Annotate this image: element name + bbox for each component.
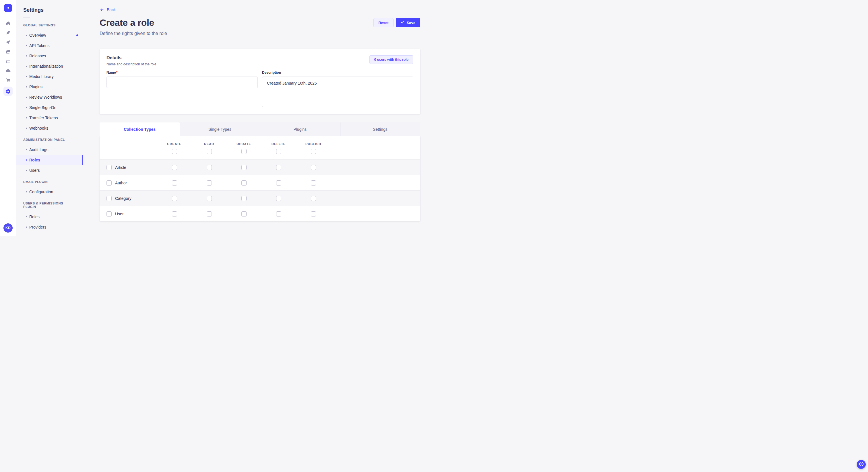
sidebar-item-transfer-tokens[interactable]: Transfer Tokens (17, 113, 83, 123)
table-row-category: Category (100, 191, 420, 206)
tab-single-types[interactable]: Single Types (180, 123, 260, 136)
sidebar-item-roles[interactable]: Roles (17, 212, 83, 222)
select-all-cell (296, 149, 331, 154)
bullet-icon (26, 117, 27, 119)
row-category-update-checkbox[interactable] (241, 196, 247, 201)
row-name-cell: Author (100, 180, 157, 186)
name-input[interactable] (106, 76, 258, 88)
feather-content-icon[interactable] (3, 30, 13, 36)
row-user-create-checkbox[interactable] (172, 211, 177, 216)
row-article-read-checkbox[interactable] (207, 165, 212, 170)
settings-gear-icon[interactable] (3, 87, 12, 96)
select-all-create-checkbox[interactable] (172, 149, 177, 154)
sidebar-item-media-library[interactable]: Media Library (17, 71, 83, 82)
select-all-read-checkbox[interactable] (207, 149, 212, 154)
media-library-icon[interactable] (3, 49, 13, 55)
rail-icon-list (0, 16, 16, 220)
row-category-select-checkbox[interactable] (106, 196, 112, 201)
marketplace-cart-icon[interactable] (3, 77, 13, 83)
sidebar-item-users[interactable]: Users (17, 165, 83, 175)
sidebar-item-label: Configuration (29, 190, 53, 194)
permission-cell (157, 211, 192, 216)
bullet-icon (26, 66, 27, 67)
avatar[interactable]: KD (3, 224, 12, 233)
row-article-update-checkbox[interactable] (241, 165, 247, 170)
sidebar-item-releases[interactable]: Releases (17, 51, 83, 61)
row-article-create-checkbox[interactable] (172, 165, 177, 170)
permission-cell (226, 196, 261, 201)
row-category-read-checkbox[interactable] (207, 196, 212, 201)
tab-settings[interactable]: Settings (340, 123, 420, 136)
header-actions: Reset Save (373, 18, 420, 27)
home-icon[interactable] (3, 20, 13, 26)
row-user-read-checkbox[interactable] (207, 211, 212, 216)
sidebar-item-label: Plugins (29, 85, 42, 89)
row-author-read-checkbox[interactable] (207, 180, 212, 186)
row-category-publish-checkbox[interactable] (311, 196, 316, 201)
sidebar-item-plugins[interactable]: Plugins (17, 82, 83, 92)
row-article-select-checkbox[interactable] (106, 165, 112, 170)
row-author-update-checkbox[interactable] (241, 180, 247, 186)
permission-cell (226, 211, 261, 216)
sidebar-item-review-workflows[interactable]: Review Workflows (17, 92, 83, 102)
sidebar-item-providers[interactable]: Providers (17, 222, 83, 232)
row-user-delete-checkbox[interactable] (276, 211, 281, 216)
bullet-icon (26, 149, 27, 150)
permissions-table: CREATEREADUPDATEDELETEPUBLISH ArticleAut… (100, 136, 420, 222)
sidebar-item-overview[interactable]: Overview (17, 30, 83, 40)
sidebar-item-audit-logs[interactable]: Audit Logs (17, 144, 83, 155)
select-all-update-checkbox[interactable] (241, 149, 247, 154)
description-field-group: Description Created January 16th, 2025 (262, 71, 413, 107)
notification-dot (76, 34, 78, 36)
paper-plane-icon[interactable] (3, 39, 13, 45)
tab-plugins[interactable]: Plugins (260, 123, 340, 136)
row-user-update-checkbox[interactable] (241, 211, 247, 216)
tab-collection-types[interactable]: Collection Types (100, 123, 180, 136)
sidebar-item-api-tokens[interactable]: API Tokens (17, 40, 83, 51)
permission-cell (226, 165, 261, 170)
row-article-publish-checkbox[interactable] (311, 165, 316, 170)
nav-section-label: EMAIL PLUGIN (17, 175, 83, 187)
select-all-delete-checkbox[interactable] (276, 149, 281, 154)
row-author-create-checkbox[interactable] (172, 180, 177, 186)
details-card: Details Name and description of the role… (100, 49, 420, 114)
back-label: Back (107, 7, 116, 12)
rail-user-section: KD (0, 220, 16, 236)
select-all-publish-checkbox[interactable] (311, 149, 316, 154)
row-author-select-checkbox[interactable] (106, 180, 112, 186)
save-button[interactable]: Save (396, 18, 420, 27)
column-header-read: READ (192, 142, 226, 146)
bullet-icon (26, 128, 27, 129)
sidebar-item-webhooks[interactable]: Webhooks (17, 123, 83, 133)
permission-cell (192, 180, 226, 186)
sidebar-item-single-sign-on[interactable]: Single Sign-On (17, 102, 83, 113)
row-name-cell: Article (100, 165, 157, 170)
cloud-icon[interactable] (3, 68, 13, 73)
users-with-role-button[interactable]: 0 users with this role (369, 55, 413, 64)
main-nav-rail: KD (0, 0, 17, 236)
strapi-logo-icon[interactable] (4, 4, 12, 12)
row-user-select-checkbox[interactable] (106, 211, 112, 216)
sidebar-item-roles[interactable]: Roles (17, 155, 83, 165)
row-article-delete-checkbox[interactable] (276, 165, 281, 170)
sidebar-item-configuration[interactable]: Configuration (17, 187, 83, 197)
row-author-publish-checkbox[interactable] (311, 180, 316, 186)
layout-builder-icon[interactable] (3, 58, 13, 64)
bullet-icon (26, 227, 27, 228)
row-category-create-checkbox[interactable] (172, 196, 177, 201)
row-category-delete-checkbox[interactable] (276, 196, 281, 201)
column-header-create: CREATE (157, 142, 192, 146)
bullet-icon (26, 76, 27, 77)
row-author-delete-checkbox[interactable] (276, 180, 281, 186)
permission-cell (261, 165, 296, 170)
select-all-cell (226, 149, 261, 154)
back-link[interactable]: Back (100, 7, 116, 12)
sidebar-item-internationalization[interactable]: Internationalization (17, 61, 83, 71)
permissions-column-headers: CREATEREADUPDATEDELETEPUBLISH (100, 136, 420, 146)
description-textarea[interactable]: Created January 16th, 2025 (262, 76, 413, 107)
row-user-publish-checkbox[interactable] (311, 211, 316, 216)
row-name-cell: Category (100, 196, 157, 201)
row-label: User (115, 212, 124, 216)
permission-cell (157, 165, 192, 170)
reset-button[interactable]: Reset (373, 18, 393, 27)
